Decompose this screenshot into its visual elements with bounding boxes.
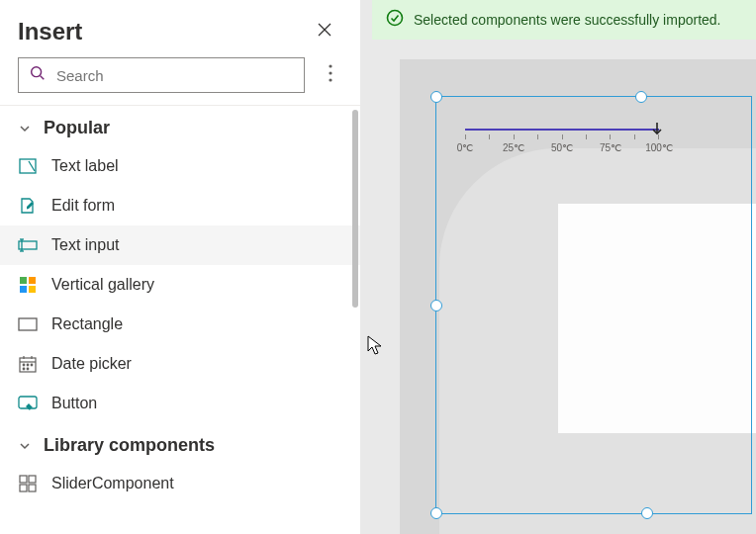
- svg-rect-31: [29, 485, 36, 491]
- close-icon: [317, 22, 332, 42]
- banner-text: Selected components were successfully im…: [414, 12, 720, 28]
- search-box[interactable]: [18, 57, 305, 93]
- insert-panel: Insert: [0, 0, 360, 534]
- svg-rect-14: [29, 277, 36, 284]
- close-panel-button[interactable]: [311, 18, 338, 45]
- slider-labels: 0℃ 25℃ 50℃ 75℃ 100℃: [465, 142, 659, 156]
- svg-point-23: [27, 364, 29, 366]
- chevron-down-icon: [18, 439, 32, 453]
- svg-rect-16: [29, 286, 36, 293]
- slider-track[interactable]: [465, 129, 659, 131]
- tick-label: 100℃: [645, 142, 673, 153]
- tick-label: 25℃: [503, 142, 524, 153]
- vertical-gallery-icon: [18, 275, 38, 295]
- svg-point-25: [23, 368, 25, 370]
- svg-point-22: [23, 364, 25, 366]
- button-icon: [18, 394, 38, 413]
- item-label: Date picker: [51, 355, 132, 373]
- slider-component[interactable]: 0℃ 25℃ 50℃ 75℃ 100℃: [465, 129, 659, 156]
- item-label: Text input: [51, 236, 119, 254]
- text-input-icon: [18, 235, 38, 255]
- svg-rect-29: [29, 476, 36, 483]
- component-icon: [18, 474, 38, 493]
- tick-label: 0℃: [457, 142, 474, 153]
- panel-more-button[interactable]: [319, 63, 342, 87]
- resize-handle-w[interactable]: [430, 300, 442, 312]
- group-title: Popular: [44, 118, 110, 138]
- svg-point-2: [32, 67, 42, 77]
- svg-point-5: [329, 71, 331, 74]
- insert-item-text-label[interactable]: Text label: [0, 146, 360, 186]
- edit-form-icon: [18, 196, 38, 216]
- date-picker-icon: [18, 354, 38, 374]
- svg-line-3: [41, 76, 45, 80]
- slider-ticks: [465, 134, 659, 140]
- search-icon: [29, 64, 47, 86]
- insert-item-button[interactable]: Button: [0, 384, 360, 423]
- group-header-popular[interactable]: Popular: [0, 106, 360, 146]
- svg-line-8: [29, 161, 35, 171]
- group-header-library[interactable]: Library components: [0, 423, 360, 464]
- tick-label: 75℃: [600, 142, 621, 153]
- search-input[interactable]: [56, 58, 294, 92]
- insert-item-vertical-gallery[interactable]: Vertical gallery: [0, 265, 360, 305]
- svg-rect-7: [20, 159, 36, 173]
- selection-rect[interactable]: [435, 96, 752, 514]
- svg-point-32: [388, 11, 403, 26]
- rectangle-icon: [18, 314, 38, 334]
- tick-label: 50℃: [551, 142, 573, 153]
- panel-title: Insert: [18, 18, 82, 45]
- resize-handle-nw[interactable]: [430, 91, 442, 103]
- svg-point-24: [31, 364, 33, 366]
- item-label: Vertical gallery: [51, 276, 154, 294]
- insert-item-rectangle[interactable]: Rectangle: [0, 305, 360, 344]
- svg-rect-13: [20, 277, 27, 284]
- item-label: Edit form: [51, 197, 115, 215]
- slider-thumb-arrow-icon[interactable]: [649, 121, 665, 136]
- text-label-icon: [18, 156, 38, 176]
- resize-handle-sw[interactable]: [430, 507, 442, 519]
- insert-item-date-picker[interactable]: Date picker: [0, 344, 360, 384]
- insert-item-text-input[interactable]: Text input: [0, 225, 360, 265]
- svg-rect-30: [20, 485, 27, 491]
- resize-handle-n[interactable]: [635, 91, 647, 103]
- checkmark-circle-icon: [386, 9, 404, 31]
- item-label: Button: [51, 395, 97, 412]
- item-label: SliderComponent: [51, 475, 174, 492]
- group-title: Library components: [44, 435, 215, 456]
- svg-rect-28: [20, 476, 27, 483]
- scrollbar-thumb[interactable]: [352, 110, 358, 308]
- chevron-down-icon: [18, 122, 32, 135]
- item-label: Text label: [51, 157, 119, 175]
- insert-item-edit-form[interactable]: Edit form: [0, 186, 360, 225]
- panel-scroll[interactable]: Popular Text label Edit form Text input: [0, 106, 360, 534]
- svg-rect-15: [20, 286, 27, 293]
- svg-rect-17: [19, 318, 37, 330]
- svg-point-26: [27, 368, 29, 370]
- insert-item-slider-component[interactable]: SliderComponent: [0, 464, 360, 503]
- svg-point-6: [329, 78, 331, 81]
- item-label: Rectangle: [51, 315, 123, 333]
- success-banner: Selected components were successfully im…: [372, 0, 756, 40]
- resize-handle-s[interactable]: [641, 507, 653, 519]
- svg-point-4: [329, 64, 331, 67]
- more-vertical-icon: [329, 64, 332, 86]
